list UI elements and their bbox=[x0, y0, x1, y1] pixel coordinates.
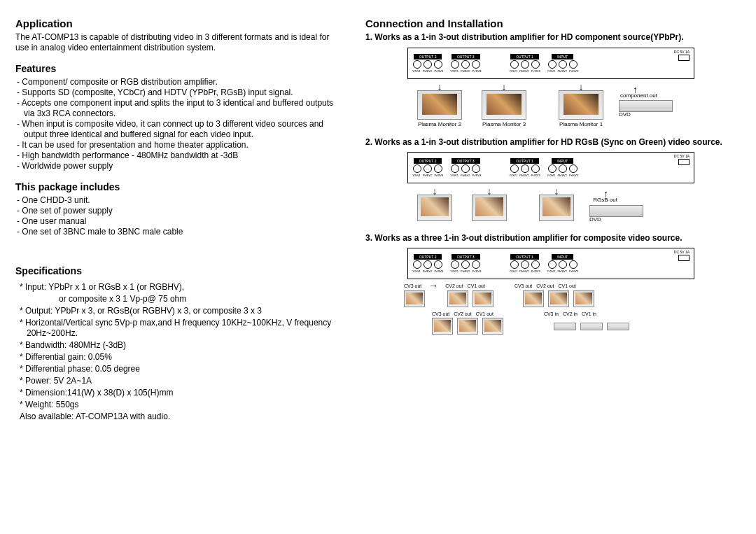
plasma-monitor-icon bbox=[559, 90, 603, 120]
arrow-right-icon bbox=[428, 282, 438, 289]
feature-item: - Supports SD (composite, YCbCr) and HDT… bbox=[17, 87, 344, 98]
package-item: - One set of power supply bbox=[17, 206, 344, 216]
spec-item: * Horizontal/Vertical sync 5Vp-p max,and… bbox=[20, 318, 344, 339]
right-column: Connection and Installation 1. Works as … bbox=[365, 17, 736, 520]
heading-application: Application bbox=[15, 17, 344, 29]
spec-item: * Dimension:141(W) x 38(D) x 105(H)mm bbox=[20, 388, 344, 398]
left-column: Application The AT-COMP13 is capable of … bbox=[15, 17, 365, 520]
rgsb-out-label: RGsB out bbox=[589, 197, 617, 204]
tv-icon bbox=[523, 290, 544, 307]
spec-item: Also available: AT-COMP13A with audio. bbox=[20, 412, 344, 422]
feature-item: - Worldwide power supply bbox=[17, 161, 344, 171]
plasma-monitor-icon bbox=[482, 90, 526, 120]
feature-item: - It can be used for presentation and ho… bbox=[17, 140, 344, 150]
spec-item: * Input: YPbPr x 1 or RGsB x 1 (or RGBHV… bbox=[20, 282, 344, 293]
feature-item: - Accepts one component input and splits… bbox=[17, 98, 344, 119]
feature-item: - High bandwidth performance - 480MHz ba… bbox=[17, 150, 344, 161]
package-item: - One set of 3BNC male to 3BNC male cabl… bbox=[17, 227, 344, 237]
device-panel: OUTPUT 2Y/GV1Pb/BV2Pr/RV3 OUTPUT 3Y/GV1P… bbox=[407, 48, 694, 79]
spec-item: * Bandwidth: 480MHz (-3dB) bbox=[20, 340, 344, 351]
dvd-icon bbox=[589, 205, 643, 217]
tv-icon bbox=[404, 290, 425, 307]
spec-item: * Differential phase: 0.05 degree bbox=[20, 364, 344, 374]
component-out-label: component out bbox=[619, 93, 657, 99]
heading-connection: Connection and Installation bbox=[365, 17, 736, 29]
tv-icon bbox=[472, 290, 493, 307]
arrow-down-icon bbox=[438, 83, 442, 90]
tv-icon bbox=[432, 318, 453, 335]
mode2-title: 2. Works as a 1-in 3-out distribution am… bbox=[365, 137, 736, 148]
cv-row2: CV3 out CV2 out CV1 out CV3 in CV2 in CV… bbox=[404, 311, 736, 316]
crt-monitor-icon bbox=[539, 195, 574, 221]
plasma-monitor-icon bbox=[417, 90, 462, 120]
arrow-down-icon bbox=[579, 83, 584, 90]
application-text: The AT-COMP13 is capable of distributing… bbox=[15, 32, 344, 53]
package-list: - One CHDD-3 unit. - One set of power su… bbox=[17, 195, 344, 237]
heading-package: This package includes bbox=[15, 181, 344, 192]
heading-features: Features bbox=[15, 63, 344, 74]
mode1-title: 1. Works as a 1-in 3-out distribution am… bbox=[365, 32, 736, 43]
spec-item: * Weight: 550gs bbox=[20, 400, 344, 410]
spec-item: or composite x 3 1 Vp-p@ 75 ohm bbox=[20, 294, 344, 304]
arrow-down-icon bbox=[502, 83, 507, 90]
features-list: - Component/ composite or RGB distributi… bbox=[17, 77, 344, 171]
package-item: - One CHDD-3 unit. bbox=[17, 195, 344, 206]
specifications-list: * Input: YPbPr x 1 or RGsB x 1 (or RGBHV… bbox=[20, 282, 344, 422]
tv-icon bbox=[548, 290, 569, 307]
feature-item: - When input is composite video, it can … bbox=[17, 119, 344, 140]
dvd-icon bbox=[619, 100, 673, 112]
crt-monitor-icon bbox=[472, 195, 507, 221]
arrow-down-icon bbox=[487, 188, 492, 195]
heading-specifications: Specifications bbox=[15, 265, 344, 276]
device-panel: OUTPUT 2Y/GV1Pb/BV2Pr/RV3 OUTPUT 3Y/GV1P… bbox=[407, 248, 694, 279]
dvd-icon bbox=[580, 323, 603, 330]
dvd-icon bbox=[554, 323, 576, 330]
tv-icon bbox=[573, 290, 594, 307]
mode3-title: 3. Works as a three 1-in 3-out distribut… bbox=[365, 233, 736, 244]
tv-icon bbox=[447, 290, 468, 307]
dvd-icon bbox=[607, 323, 629, 330]
spec-item: * Differential gain: 0.05% bbox=[20, 352, 344, 363]
feature-item: - Component/ composite or RGB distributi… bbox=[17, 77, 344, 87]
dc-label: DC 5V 1A bbox=[674, 50, 690, 62]
arrow-down-icon bbox=[433, 188, 438, 195]
arrow-down-icon bbox=[554, 188, 559, 195]
spec-item: * Power: 5V 2A~1A bbox=[20, 376, 344, 386]
package-item: - One user manual bbox=[17, 216, 344, 227]
spec-item: * Output: YPbPr x 3, or RGsB(or RGBHV) x… bbox=[20, 306, 344, 316]
cv-row1: CV3 out CV2 out CV1 out CV3 out CV2 out … bbox=[404, 282, 736, 289]
tv-icon bbox=[457, 318, 478, 335]
device-panel: OUTPUT 2Y/GV1Pb/BV2Pr/RV3 OUTPUT 3Y/GV1P… bbox=[407, 152, 694, 183]
crt-monitor-icon bbox=[417, 195, 452, 221]
tv-icon bbox=[482, 318, 503, 335]
